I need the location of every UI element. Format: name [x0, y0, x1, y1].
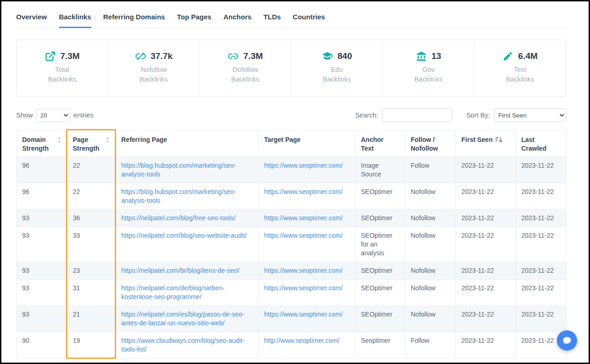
tab-top-pages[interactable]: Top Pages: [177, 13, 212, 28]
target-page-link[interactable]: https://www.seoptimer.com/: [264, 267, 342, 274]
table-row: 9336https://neilpatel.com/blog/free-seo-…: [17, 210, 566, 227]
cell-anchor-text: SEOptimer: [355, 210, 405, 227]
cell-first-seen: 2023-11-22: [456, 227, 516, 262]
tab-countries[interactable]: Countries: [293, 13, 325, 28]
cell-domain-strength: 93: [17, 227, 67, 262]
cell-last-crawled: 2023-11-22: [516, 306, 566, 332]
cell-follow-nofollow: Nofollow: [405, 210, 456, 227]
tab-referring-domains[interactable]: Referring Domains: [103, 13, 165, 28]
cell-target-page: https://www.seoptimer.com/: [259, 306, 355, 332]
cell-referring-page: https://blog.hubspot.com/marketing/seo-a…: [116, 157, 259, 183]
column-header-page-strength[interactable]: Page Strength: [67, 130, 116, 157]
stat-edu-backlinks: 840EduBacklinks: [291, 40, 383, 96]
cell-page-strength: 22: [67, 183, 116, 210]
graduation-cap-icon: [322, 51, 333, 62]
table-row: 9333https://neilpatel.com/blog/seo-websi…: [17, 227, 566, 262]
search-input[interactable]: [382, 108, 452, 122]
column-label: Last Crawled: [521, 135, 551, 153]
cell-referring-page: https://neilpatel.com/blog/seo-website-a…: [116, 227, 259, 262]
cell-page-strength: 21: [67, 306, 116, 332]
app-window: OverviewBacklinksReferring DomainsTop Pa…: [0, 0, 590, 364]
column-header-referring-page: Referring Page: [116, 130, 259, 157]
cell-referring-page: https://neilpatel.com/de/blog/sieben-kos…: [116, 280, 259, 306]
cell-follow-nofollow: Follow: [405, 157, 456, 183]
cell-last-crawled: 2023-11-22: [516, 280, 566, 306]
cell-referring-page: https://neilpatel.com/es/blog/pasos-de-s…: [116, 306, 259, 332]
target-page-link[interactable]: https://www.seoptimer.com/: [264, 162, 342, 169]
cell-referring-page: https://neilpatel.com/blog/free-seo-tool…: [116, 210, 259, 227]
cell-page-strength: 33: [67, 227, 116, 262]
stat-value: 6.4M: [518, 51, 537, 61]
referring-page-link[interactable]: https://neilpatel.com/blog/free-seo-tool…: [121, 214, 236, 222]
tab-anchors[interactable]: Anchors: [224, 13, 252, 28]
stat-value: 7.3M: [243, 51, 263, 61]
cell-target-page: https://www.seoptimer.com/: [259, 210, 355, 227]
cell-anchor-text: Seoptimer: [355, 332, 405, 358]
cell-referring-page: https://neilpatel.com/br/blog/itens-de-s…: [116, 262, 259, 280]
referring-page-link[interactable]: https://neilpatel.com/es/blog/pasos-de-s…: [121, 311, 244, 327]
column-label: Target Page: [264, 135, 301, 144]
cell-follow-nofollow: Follow: [405, 332, 456, 358]
target-page-link[interactable]: https://www.seoptimer.com/: [264, 284, 342, 292]
cell-page-strength: 19: [67, 332, 116, 358]
cell-domain-strength: 90: [17, 332, 67, 358]
cell-last-crawled: 2023-11-22: [516, 262, 566, 280]
cell-referring-page: https://blog.hubspot.com/marketing/seo-a…: [116, 183, 259, 210]
link-icon: [228, 51, 239, 62]
cell-target-page: https://www.seoptimer.com/: [259, 227, 355, 262]
stat-label: DofollowBacklinks: [231, 65, 260, 84]
referring-page-link[interactable]: https://www.cloudways.com/blog/seo-audit…: [121, 337, 245, 353]
cell-domain-strength: 93: [17, 262, 67, 280]
cell-follow-nofollow: Nofollow: [405, 280, 456, 306]
column-header-first-seen[interactable]: First Seen: [456, 130, 516, 157]
table-row: 9321https://neilpatel.com/es/blog/pasos-…: [17, 306, 566, 332]
cell-follow-nofollow: Nofollow: [405, 227, 456, 262]
bank-icon: [416, 51, 427, 62]
stat-label: EduBacklinks: [323, 65, 351, 84]
target-page-link[interactable]: https://www.seoptimer.com/: [264, 232, 342, 239]
target-page-link[interactable]: http://www.seoptimer.com/: [264, 337, 339, 344]
sort-arrows-icon[interactable]: [106, 137, 110, 143]
tab-overview[interactable]: Overview: [16, 13, 47, 28]
cell-domain-strength: 96: [17, 157, 67, 183]
chat-launcher-button[interactable]: [557, 330, 577, 351]
cell-domain-strength: 93: [17, 280, 67, 306]
unlink-icon: [135, 51, 146, 62]
tab-backlinks[interactable]: Backlinks: [59, 13, 91, 28]
cell-last-crawled: 2023-11-22: [516, 227, 566, 262]
search-control: Search:: [355, 108, 452, 122]
cell-follow-nofollow: Nofollow: [405, 262, 456, 280]
target-page-link[interactable]: https://www.seoptimer.com/: [264, 214, 342, 222]
target-page-link[interactable]: https://www.seoptimer.com/: [264, 188, 342, 195]
sort-active-icon[interactable]: [496, 137, 502, 143]
column-label: Page Strength: [73, 135, 103, 153]
cell-follow-nofollow: Nofollow: [405, 183, 456, 210]
entries-select[interactable]: 20: [36, 109, 70, 122]
stat-value: 13: [431, 51, 441, 61]
cell-page-strength: 31: [67, 280, 116, 306]
search-sort-controls: Search: Sort By: First Seen: [355, 108, 566, 122]
cell-target-page: https://www.seoptimer.com/: [259, 262, 355, 280]
cell-first-seen: 2023-11-22: [456, 210, 516, 227]
cell-first-seen: 2023-11-22: [456, 280, 516, 306]
stat-gov-backlinks: 13GovBacklinks: [383, 40, 475, 96]
referring-page-link[interactable]: https://neilpatel.com/de/blog/sieben-kos…: [121, 284, 224, 300]
table-row: 9323https://neilpatel.com/br/blog/itens-…: [17, 262, 566, 280]
sort-by-select[interactable]: First Seen: [494, 108, 566, 122]
stat-value: 7.3M: [60, 51, 80, 61]
column-label: First Seen: [461, 135, 493, 144]
target-page-link[interactable]: https://www.seoptimer.com/: [264, 311, 342, 318]
referring-page-link[interactable]: https://blog.hubspot.com/marketing/seo-a…: [121, 188, 236, 204]
pencil-icon: [502, 51, 513, 62]
sort-arrows-icon[interactable]: [57, 137, 61, 143]
table-row: 9331https://neilpatel.com/de/blog/sieben…: [17, 280, 566, 306]
cell-anchor-text: SEOptimer: [355, 183, 405, 210]
column-header-domain-strength[interactable]: Domain Strength: [17, 130, 67, 157]
tab-tlds[interactable]: TLDs: [264, 13, 281, 28]
table-row: 9019https://www.cloudways.com/blog/seo-a…: [17, 332, 566, 358]
column-label: Follow / Nofollow: [411, 135, 450, 153]
referring-page-link[interactable]: https://blog.hubspot.com/marketing/seo-a…: [121, 162, 236, 178]
referring-page-link[interactable]: https://neilpatel.com/blog/seo-website-a…: [121, 232, 247, 239]
referring-page-link[interactable]: https://neilpatel.com/br/blog/itens-de-s…: [121, 267, 239, 274]
column-header-follow-nofollow: Follow / Nofollow: [405, 130, 456, 157]
